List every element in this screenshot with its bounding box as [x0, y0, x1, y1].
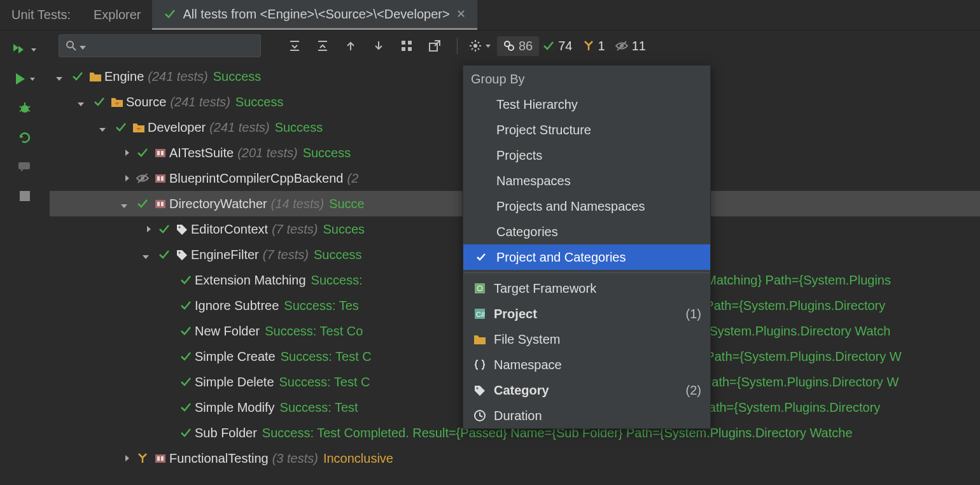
node-tests: (241 tests) [148, 69, 207, 84]
module-icon [151, 453, 169, 464]
svg-text:C#: C# [476, 311, 486, 318]
svg-point-7 [67, 41, 73, 48]
node-status: Success [303, 146, 351, 160]
node-tests: (7 tests) [272, 222, 318, 237]
total-pill[interactable]: 86 [497, 36, 539, 56]
check-icon [112, 121, 130, 134]
run-button[interactable] [13, 70, 36, 88]
svg-rect-24 [157, 151, 160, 155]
tab-active-session[interactable]: All tests from <Engine>\<Source>\<Develo… [152, 0, 477, 30]
layout-button[interactable] [396, 35, 417, 57]
chevron-down-icon[interactable] [99, 120, 112, 135]
ignored-count: 11 [632, 39, 646, 53]
check-icon [543, 40, 554, 52]
svg-point-18 [473, 44, 477, 48]
menu-item-categories[interactable]: Categories [463, 219, 710, 244]
node-label: New Folder [195, 324, 260, 339]
inconclusive-count: 1 [598, 39, 605, 53]
chevron-right-icon[interactable] [121, 175, 134, 181]
svg-line-8 [73, 47, 76, 50]
target-icon [472, 281, 487, 296]
total-count: 86 [519, 39, 533, 53]
search-input[interactable] [59, 34, 261, 57]
passed-count: 74 [558, 39, 572, 53]
node-label: Sub Folder [195, 426, 257, 440]
menu-item-test-hierarchy[interactable]: Test Hierarchy [463, 92, 710, 117]
chevron-down-icon[interactable] [56, 69, 69, 84]
svg-point-35 [179, 252, 181, 254]
check-icon [90, 95, 108, 108]
next-button[interactable] [368, 35, 389, 57]
menu-item-project-structure[interactable]: Project Structure [463, 117, 710, 143]
svg-rect-23 [155, 149, 165, 157]
node-label: Developer [148, 120, 206, 135]
menu-item-project[interactable]: C# Project (1) [463, 301, 710, 327]
chevron-right-icon[interactable] [143, 226, 155, 232]
expand-all-button[interactable] [284, 35, 305, 57]
svg-rect-29 [157, 176, 160, 181]
tag-icon [173, 249, 191, 260]
node-label: BlueprintCompilerCppBackend [169, 171, 343, 186]
module-icon [151, 172, 169, 184]
node-tests: (14 tests) [271, 197, 324, 211]
stop-button[interactable] [13, 187, 36, 205]
test-content: 86 74 1 11 Engine (241 tests) Success [50, 31, 980, 485]
chevron-down-icon [80, 39, 86, 53]
rerun-button[interactable] [13, 129, 36, 146]
chevron-down-icon[interactable] [78, 95, 90, 109]
menu-item-target-framework[interactable]: Target Framework [463, 276, 710, 301]
module-icon [151, 147, 169, 158]
csharp-icon: C# [472, 306, 487, 321]
options-button[interactable] [469, 35, 491, 57]
node-label: Ignore Subtree [195, 299, 279, 313]
node-status: Success: Test C [279, 375, 370, 390]
node-status: Succe [329, 197, 365, 211]
node-tests: (201 tests) [237, 146, 297, 160]
menu-item-category[interactable]: Category (2) [463, 377, 710, 403]
menu-item-projects-namespaces[interactable]: Projects and Namespaces [463, 193, 710, 219]
svg-rect-16 [408, 47, 412, 51]
test-toolbar: 86 74 1 11 [50, 31, 980, 61]
chevron-right-icon[interactable] [121, 150, 134, 156]
prev-button[interactable] [340, 35, 361, 57]
tab-bar: Unit Tests: Explorer All tests from <Eng… [0, 0, 980, 31]
menu-item-namespaces[interactable]: Namespaces [463, 168, 710, 193]
export-button[interactable] [424, 35, 445, 57]
menu-item-file-system[interactable]: File System [463, 327, 710, 352]
svg-point-20 [508, 45, 514, 50]
svg-line-5 [28, 110, 30, 111]
braces-icon [472, 357, 487, 372]
menu-item-projects[interactable]: Projects [463, 143, 710, 168]
tab-explorer[interactable]: Explorer [82, 0, 152, 30]
svg-rect-39 [475, 283, 485, 293]
svg-point-0 [21, 105, 29, 113]
check-icon [177, 376, 195, 388]
svg-rect-28 [155, 174, 165, 183]
svg-rect-25 [161, 151, 164, 155]
test-stats: 86 74 1 11 [497, 36, 646, 56]
collapse-all-button[interactable] [312, 35, 333, 57]
test-sidebar [0, 31, 50, 485]
folder-icon [108, 96, 126, 108]
chevron-down-icon[interactable] [121, 197, 134, 211]
node-tests: (241 tests) [209, 120, 269, 135]
run-all-button[interactable] [13, 41, 36, 59]
check-icon [134, 197, 151, 210]
comment-button[interactable] [13, 158, 36, 176]
check-icon [177, 299, 195, 312]
chevron-right-icon[interactable] [121, 455, 134, 461]
debug-button[interactable] [13, 99, 36, 117]
menu-separator [463, 272, 710, 273]
close-icon[interactable]: ✕ [456, 7, 466, 21]
tree-node-functional[interactable]: FunctionalTesting (3 tests) Inconclusive [50, 446, 980, 471]
menu-item-duration[interactable]: Duration [463, 403, 710, 428]
eye-off-icon [615, 40, 628, 52]
menu-count: (1) [686, 307, 701, 321]
chevron-down-icon[interactable] [143, 248, 155, 262]
svg-rect-32 [157, 202, 160, 206]
check-icon [155, 248, 173, 261]
svg-rect-6 [20, 191, 30, 201]
svg-rect-15 [402, 47, 405, 51]
menu-item-namespace[interactable]: Namespace [463, 352, 710, 377]
menu-item-project-categories[interactable]: Project and Categories [463, 244, 710, 270]
